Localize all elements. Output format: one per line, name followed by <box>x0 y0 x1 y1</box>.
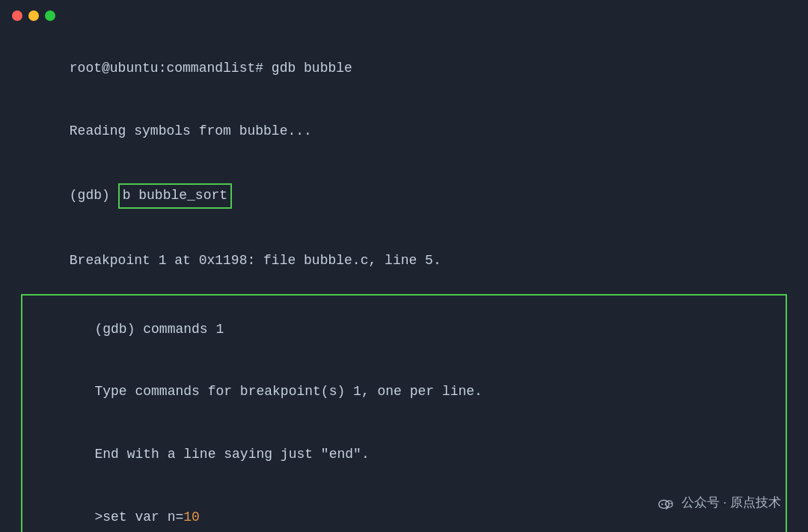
line-5-text: (gdb) commands 1 <box>94 322 224 337</box>
line-2-text: Reading symbols from bubble... <box>70 123 312 138</box>
line-8-prefix: >set var n= <box>94 510 183 525</box>
line-7: End with a line saying just "end". <box>30 424 778 486</box>
wechat-icon <box>658 497 675 510</box>
line-4: Breakpoint 1 at 0x1198: file bubble.c, l… <box>21 230 787 293</box>
watermark: 公众号 · 原点技术 <box>658 494 781 511</box>
line-4-text: Breakpoint 1 at 0x1198: file bubble.c, l… <box>70 253 441 268</box>
svg-point-4 <box>670 503 672 504</box>
line-7-text: End with a line saying just "end". <box>94 447 369 462</box>
line-6-text: Type commands for breakpoint(s) 1, one p… <box>94 384 482 399</box>
terminal-window: root@ubuntu:commandlist# gdb bubble Read… <box>0 0 808 532</box>
dot-green[interactable] <box>45 10 55 21</box>
line-3: (gdb) b bubble_sort <box>21 162 787 230</box>
command-b-bubble-sort: b bubble_sort <box>118 183 232 209</box>
dot-yellow[interactable] <box>28 10 39 21</box>
line-6: Type commands for breakpoint(s) 1, one p… <box>30 361 778 424</box>
watermark-prefix: 公众号 <box>682 495 720 510</box>
line-5: (gdb) commands 1 <box>30 299 778 361</box>
line-1: root@ubuntu:commandlist# gdb bubble <box>21 37 787 100</box>
gdb-prompt-1: (gdb) <box>70 188 118 203</box>
watermark-text: · 原点技术 <box>723 495 781 510</box>
title-bar <box>0 0 808 31</box>
svg-point-1 <box>661 503 663 504</box>
line-8-value: 10 <box>183 510 200 525</box>
line-2: Reading symbols from bubble... <box>21 100 787 163</box>
svg-point-3 <box>669 503 670 504</box>
dot-red[interactable] <box>12 10 22 21</box>
line-1-text: root@ubuntu:commandlist# gdb bubble <box>70 61 352 76</box>
terminal-body: root@ubuntu:commandlist# gdb bubble Read… <box>0 31 808 532</box>
